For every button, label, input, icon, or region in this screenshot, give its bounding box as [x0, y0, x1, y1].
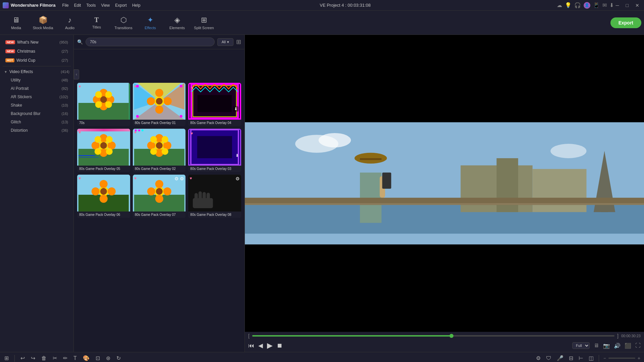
ar-stickers-count: (102) — [59, 95, 68, 99]
panel-item-world-cup[interactable]: HOT World Cup (27) — [1, 56, 72, 65]
toolbar-effects[interactable]: ✦ Effects — [137, 12, 164, 34]
toolbar-stock-media[interactable]: 📦 Stock Media — [30, 12, 56, 34]
zoom-out-button[interactable]: － — [602, 355, 607, 361]
menu-export[interactable]: Export — [115, 3, 127, 8]
effect-card-80s-04[interactable]: ♥ ⬇ 80s Game Pack Overlay 04 — [188, 83, 241, 126]
gear-icon-2[interactable]: ⚙ — [235, 176, 240, 181]
effect-card-80s-03[interactable]: ♥ ⬇ 80s Game Pack Overlay 03 — [188, 129, 241, 172]
effect-card-last2[interactable]: ♥ ⚙ ⚙ 80s Game Pack Overlay 07 — [133, 175, 186, 218]
close-button[interactable]: ✕ — [633, 3, 641, 8]
video-effects-header[interactable]: ▼ Video Effects (414) — [0, 68, 73, 76]
color-button[interactable]: 🎨 — [81, 354, 91, 362]
magnet-button[interactable]: ◫ — [587, 354, 595, 362]
filter-dropdown[interactable]: All ▾ — [217, 38, 233, 46]
svg-point-7 — [95, 91, 102, 98]
download-icon[interactable]: ⬇ — [609, 2, 614, 8]
undo-button[interactable]: ↩ — [19, 354, 26, 362]
grid-view-icon[interactable]: ⊞ — [236, 38, 241, 46]
sub-glitch[interactable]: Glitch (13) — [1, 118, 72, 126]
svg-point-76 — [147, 187, 155, 195]
split-tracks-button[interactable]: ⊢ — [577, 354, 585, 362]
menu-tools[interactable]: Tools — [86, 3, 96, 8]
effect-card-80s-01[interactable]: ♥ 80s Game Pack Overlay 01 — [133, 83, 186, 126]
sub-utility[interactable]: Utility (48) — [1, 76, 72, 84]
sub-distortion[interactable]: Distortion (36) — [1, 126, 72, 134]
progress-bar[interactable] — [252, 335, 614, 337]
shield-button[interactable]: 🛡 — [544, 354, 553, 362]
tablet-icon[interactable]: 📱 — [593, 2, 600, 8]
main-toolbar: 🖥 Media 📦 Stock Media ♪ Audio T Titles ⬡… — [0, 11, 644, 35]
menu-view[interactable]: View — [101, 3, 110, 8]
play-back-button[interactable]: ◀ — [258, 342, 263, 349]
panel-collapse-button[interactable]: ‹ — [74, 69, 79, 79]
delete-button[interactable]: 🗑 — [40, 354, 48, 362]
panel-item-christmas[interactable]: NEW Christmas (27) — [1, 47, 72, 56]
favorite-icon-8[interactable]: ♥ — [134, 176, 137, 181]
export-button[interactable]: Export — [610, 17, 641, 28]
toolbar-split-screen[interactable]: ⊞ Split Screen — [191, 12, 217, 34]
effect-card-80s-05[interactable]: ♥ 80s Game Pack Overlay 05 — [77, 129, 130, 172]
menu-help[interactable]: Help — [132, 3, 141, 8]
favorite-icon-3[interactable]: ♥ — [191, 85, 193, 90]
panel-item-whats-new[interactable]: NEW What's New (950) — [1, 38, 72, 47]
favorite-icon-9[interactable]: ♥ — [190, 176, 192, 181]
sub-shake[interactable]: Shake (10) — [1, 101, 72, 109]
toolbar-titles[interactable]: T Titles — [83, 12, 110, 34]
audio-btn[interactable]: ↻ — [115, 354, 122, 362]
stabilize-button[interactable]: ⊛ — [104, 354, 112, 362]
mixer-button[interactable]: ⊟ — [567, 354, 575, 362]
download-icon[interactable]: ⬇ — [233, 106, 238, 112]
screenshot-button[interactable]: 📷 — [603, 343, 610, 349]
zoom-slider[interactable] — [608, 358, 635, 359]
avatar-icon[interactable]: 👤 — [584, 2, 590, 9]
crop-button[interactable]: ⊡ — [94, 354, 102, 362]
menu-edit[interactable]: Edit — [74, 3, 81, 8]
favorite-icon[interactable]: ♥ — [78, 84, 81, 89]
minimize-button[interactable]: ─ — [614, 3, 621, 8]
settings-button[interactable]: ⚙ — [534, 354, 542, 362]
effect-card-70s[interactable]: ♥ 70s — [77, 83, 130, 126]
export-frame-button[interactable]: ⬛ — [625, 343, 631, 349]
toolbar-split-screen-label: Split Screen — [194, 26, 214, 30]
titles-icon: T — [94, 16, 99, 24]
toolbar-transitions[interactable]: ⬡ Transitions — [110, 12, 137, 34]
toolbar-media-label: Media — [11, 26, 21, 30]
zoom-in-button[interactable]: ＋ — [637, 355, 641, 361]
mic-button[interactable]: 🎤 — [555, 354, 565, 362]
svg-point-52 — [150, 136, 157, 143]
quality-select[interactable]: Full 1/2 1/4 — [572, 342, 590, 349]
sub-background-blur[interactable]: Background Blur (16) — [1, 110, 72, 118]
menu-file[interactable]: File — [62, 3, 68, 8]
maximize-button[interactable]: □ — [624, 3, 631, 8]
lightbulb-icon[interactable]: 💡 — [565, 2, 572, 8]
favorite-icon-6[interactable]: ♥ — [191, 131, 193, 136]
sub-ar-stickers[interactable]: AR Stickers (102) — [1, 93, 72, 101]
mail-icon[interactable]: ✉ — [602, 2, 607, 8]
download-icon-2[interactable]: ⬇ — [235, 153, 239, 158]
favorite-icon-5[interactable]: ♥ — [134, 130, 137, 135]
effect-card-last1[interactable]: ♥ 80s Game Pack Overlay 06 — [77, 175, 130, 218]
redo-button[interactable]: ↪ — [29, 354, 37, 362]
fullscreen-button[interactable]: ⛶ — [635, 343, 641, 349]
effect-card-80s-02[interactable]: ♥ 80s Game Pack Overlay 02 — [133, 129, 186, 172]
add-track-button[interactable]: ⊞ — [3, 354, 10, 362]
toolbar-elements[interactable]: ◈ Elements — [164, 12, 191, 34]
headset-icon[interactable]: 🎧 — [574, 2, 581, 8]
text-button[interactable]: T — [72, 354, 78, 362]
cut-button[interactable]: ✂ — [51, 354, 59, 362]
favorite-icon-7[interactable]: ♥ — [78, 176, 81, 181]
play-button[interactable]: ▶ — [267, 341, 273, 350]
volume-button[interactable]: 🔊 — [614, 343, 621, 349]
toolbar-audio[interactable]: ♪ Audio — [56, 12, 83, 34]
progress-handle[interactable] — [449, 334, 453, 338]
toolbar-media[interactable]: 🖥 Media — [3, 12, 30, 34]
stop-button[interactable]: ⏹ — [277, 342, 283, 349]
sub-ai-portrait[interactable]: AI Portrait (92) — [1, 84, 72, 93]
cloud-icon[interactable]: ☁ — [557, 2, 562, 8]
search-input[interactable] — [86, 38, 215, 46]
snapshot-preview-icon[interactable]: 🖥 — [594, 343, 599, 349]
favorite-icon-2[interactable]: ♥ — [134, 84, 137, 89]
effect-card-last3[interactable]: ♥ ⚙ 80s Game Pack Overlay 08 — [188, 175, 241, 218]
skip-back-button[interactable]: ⏮ — [248, 342, 254, 349]
mark-button[interactable]: ✏ — [61, 354, 69, 362]
